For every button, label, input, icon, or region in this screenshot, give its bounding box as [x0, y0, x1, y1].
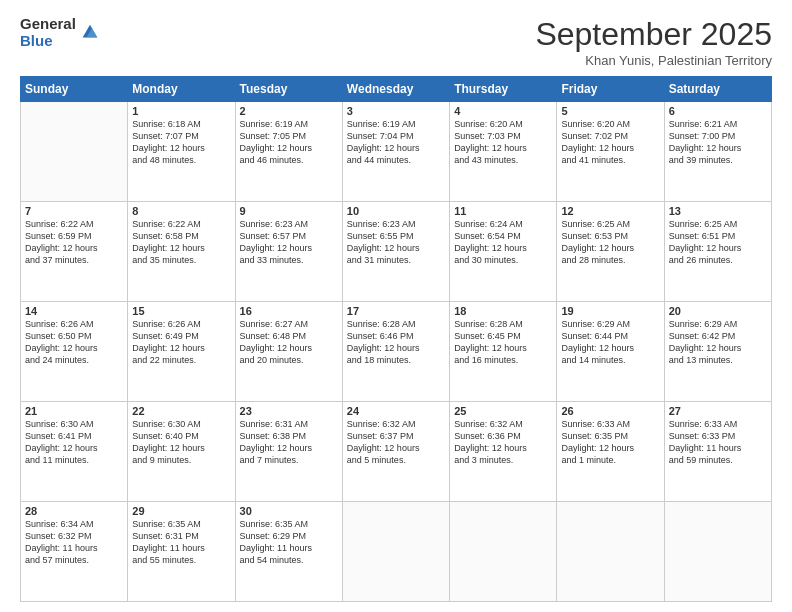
- calendar-cell: 5Sunrise: 6:20 AM Sunset: 7:02 PM Daylig…: [557, 102, 664, 202]
- calendar-cell: 4Sunrise: 6:20 AM Sunset: 7:03 PM Daylig…: [450, 102, 557, 202]
- month-title: September 2025: [535, 16, 772, 53]
- day-number: 3: [347, 105, 445, 117]
- day-number: 2: [240, 105, 338, 117]
- calendar-cell: 25Sunrise: 6:32 AM Sunset: 6:36 PM Dayli…: [450, 402, 557, 502]
- day-number: 15: [132, 305, 230, 317]
- day-number: 28: [25, 505, 123, 517]
- cell-content: Sunrise: 6:32 AM Sunset: 6:37 PM Dayligh…: [347, 418, 445, 467]
- day-number: 12: [561, 205, 659, 217]
- weekday-header-row: Sunday Monday Tuesday Wednesday Thursday…: [21, 77, 772, 102]
- cell-content: Sunrise: 6:19 AM Sunset: 7:04 PM Dayligh…: [347, 118, 445, 167]
- header-monday: Monday: [128, 77, 235, 102]
- calendar-cell: 16Sunrise: 6:27 AM Sunset: 6:48 PM Dayli…: [235, 302, 342, 402]
- calendar-cell: 6Sunrise: 6:21 AM Sunset: 7:00 PM Daylig…: [664, 102, 771, 202]
- calendar-cell: 18Sunrise: 6:28 AM Sunset: 6:45 PM Dayli…: [450, 302, 557, 402]
- calendar-cell: 13Sunrise: 6:25 AM Sunset: 6:51 PM Dayli…: [664, 202, 771, 302]
- day-number: 27: [669, 405, 767, 417]
- calendar-cell: 11Sunrise: 6:24 AM Sunset: 6:54 PM Dayli…: [450, 202, 557, 302]
- calendar-cell: 7Sunrise: 6:22 AM Sunset: 6:59 PM Daylig…: [21, 202, 128, 302]
- day-number: 25: [454, 405, 552, 417]
- day-number: 17: [347, 305, 445, 317]
- cell-content: Sunrise: 6:26 AM Sunset: 6:49 PM Dayligh…: [132, 318, 230, 367]
- day-number: 9: [240, 205, 338, 217]
- cell-content: Sunrise: 6:31 AM Sunset: 6:38 PM Dayligh…: [240, 418, 338, 467]
- calendar-cell: [21, 102, 128, 202]
- day-number: 5: [561, 105, 659, 117]
- day-number: 8: [132, 205, 230, 217]
- day-number: 10: [347, 205, 445, 217]
- cell-content: Sunrise: 6:24 AM Sunset: 6:54 PM Dayligh…: [454, 218, 552, 267]
- cell-content: Sunrise: 6:35 AM Sunset: 6:31 PM Dayligh…: [132, 518, 230, 567]
- calendar-cell: 28Sunrise: 6:34 AM Sunset: 6:32 PM Dayli…: [21, 502, 128, 602]
- calendar-table: Sunday Monday Tuesday Wednesday Thursday…: [20, 76, 772, 602]
- cell-content: Sunrise: 6:26 AM Sunset: 6:50 PM Dayligh…: [25, 318, 123, 367]
- cell-content: Sunrise: 6:20 AM Sunset: 7:02 PM Dayligh…: [561, 118, 659, 167]
- cell-content: Sunrise: 6:27 AM Sunset: 6:48 PM Dayligh…: [240, 318, 338, 367]
- calendar-cell: [342, 502, 449, 602]
- calendar-cell: 14Sunrise: 6:26 AM Sunset: 6:50 PM Dayli…: [21, 302, 128, 402]
- calendar-cell: 23Sunrise: 6:31 AM Sunset: 6:38 PM Dayli…: [235, 402, 342, 502]
- day-number: 22: [132, 405, 230, 417]
- cell-content: Sunrise: 6:19 AM Sunset: 7:05 PM Dayligh…: [240, 118, 338, 167]
- calendar-cell: 26Sunrise: 6:33 AM Sunset: 6:35 PM Dayli…: [557, 402, 664, 502]
- cell-content: Sunrise: 6:18 AM Sunset: 7:07 PM Dayligh…: [132, 118, 230, 167]
- day-number: 19: [561, 305, 659, 317]
- day-number: 6: [669, 105, 767, 117]
- cell-content: Sunrise: 6:29 AM Sunset: 6:42 PM Dayligh…: [669, 318, 767, 367]
- calendar-cell: 29Sunrise: 6:35 AM Sunset: 6:31 PM Dayli…: [128, 502, 235, 602]
- header-friday: Friday: [557, 77, 664, 102]
- day-number: 18: [454, 305, 552, 317]
- cell-content: Sunrise: 6:33 AM Sunset: 6:35 PM Dayligh…: [561, 418, 659, 467]
- logo: General Blue: [20, 16, 101, 49]
- calendar-page: General Blue September 2025 Khan Yunis, …: [0, 0, 792, 612]
- cell-content: Sunrise: 6:30 AM Sunset: 6:41 PM Dayligh…: [25, 418, 123, 467]
- day-number: 11: [454, 205, 552, 217]
- calendar-cell: [450, 502, 557, 602]
- day-number: 14: [25, 305, 123, 317]
- cell-content: Sunrise: 6:20 AM Sunset: 7:03 PM Dayligh…: [454, 118, 552, 167]
- cell-content: Sunrise: 6:28 AM Sunset: 6:45 PM Dayligh…: [454, 318, 552, 367]
- location: Khan Yunis, Palestinian Territory: [535, 53, 772, 68]
- calendar-cell: 2Sunrise: 6:19 AM Sunset: 7:05 PM Daylig…: [235, 102, 342, 202]
- day-number: 13: [669, 205, 767, 217]
- cell-content: Sunrise: 6:23 AM Sunset: 6:57 PM Dayligh…: [240, 218, 338, 267]
- cell-content: Sunrise: 6:34 AM Sunset: 6:32 PM Dayligh…: [25, 518, 123, 567]
- cell-content: Sunrise: 6:28 AM Sunset: 6:46 PM Dayligh…: [347, 318, 445, 367]
- header-wednesday: Wednesday: [342, 77, 449, 102]
- calendar-cell: 15Sunrise: 6:26 AM Sunset: 6:49 PM Dayli…: [128, 302, 235, 402]
- calendar-cell: 30Sunrise: 6:35 AM Sunset: 6:29 PM Dayli…: [235, 502, 342, 602]
- calendar-cell: 20Sunrise: 6:29 AM Sunset: 6:42 PM Dayli…: [664, 302, 771, 402]
- calendar-cell: 3Sunrise: 6:19 AM Sunset: 7:04 PM Daylig…: [342, 102, 449, 202]
- cell-content: Sunrise: 6:22 AM Sunset: 6:59 PM Dayligh…: [25, 218, 123, 267]
- calendar-cell: 19Sunrise: 6:29 AM Sunset: 6:44 PM Dayli…: [557, 302, 664, 402]
- cell-content: Sunrise: 6:22 AM Sunset: 6:58 PM Dayligh…: [132, 218, 230, 267]
- calendar-cell: 10Sunrise: 6:23 AM Sunset: 6:55 PM Dayli…: [342, 202, 449, 302]
- header-tuesday: Tuesday: [235, 77, 342, 102]
- header-thursday: Thursday: [450, 77, 557, 102]
- day-number: 26: [561, 405, 659, 417]
- week-row-3: 14Sunrise: 6:26 AM Sunset: 6:50 PM Dayli…: [21, 302, 772, 402]
- week-row-2: 7Sunrise: 6:22 AM Sunset: 6:59 PM Daylig…: [21, 202, 772, 302]
- cell-content: Sunrise: 6:35 AM Sunset: 6:29 PM Dayligh…: [240, 518, 338, 567]
- day-number: 29: [132, 505, 230, 517]
- calendar-cell: 8Sunrise: 6:22 AM Sunset: 6:58 PM Daylig…: [128, 202, 235, 302]
- calendar-cell: 1Sunrise: 6:18 AM Sunset: 7:07 PM Daylig…: [128, 102, 235, 202]
- calendar-cell: 27Sunrise: 6:33 AM Sunset: 6:33 PM Dayli…: [664, 402, 771, 502]
- day-number: 21: [25, 405, 123, 417]
- day-number: 16: [240, 305, 338, 317]
- cell-content: Sunrise: 6:33 AM Sunset: 6:33 PM Dayligh…: [669, 418, 767, 467]
- cell-content: Sunrise: 6:21 AM Sunset: 7:00 PM Dayligh…: [669, 118, 767, 167]
- logo-icon: [79, 21, 101, 43]
- cell-content: Sunrise: 6:32 AM Sunset: 6:36 PM Dayligh…: [454, 418, 552, 467]
- header: General Blue September 2025 Khan Yunis, …: [20, 16, 772, 68]
- logo-general-text: General: [20, 16, 76, 33]
- calendar-cell: 22Sunrise: 6:30 AM Sunset: 6:40 PM Dayli…: [128, 402, 235, 502]
- week-row-1: 1Sunrise: 6:18 AM Sunset: 7:07 PM Daylig…: [21, 102, 772, 202]
- day-number: 30: [240, 505, 338, 517]
- day-number: 4: [454, 105, 552, 117]
- title-section: September 2025 Khan Yunis, Palestinian T…: [535, 16, 772, 68]
- calendar-cell: 17Sunrise: 6:28 AM Sunset: 6:46 PM Dayli…: [342, 302, 449, 402]
- cell-content: Sunrise: 6:30 AM Sunset: 6:40 PM Dayligh…: [132, 418, 230, 467]
- cell-content: Sunrise: 6:23 AM Sunset: 6:55 PM Dayligh…: [347, 218, 445, 267]
- day-number: 7: [25, 205, 123, 217]
